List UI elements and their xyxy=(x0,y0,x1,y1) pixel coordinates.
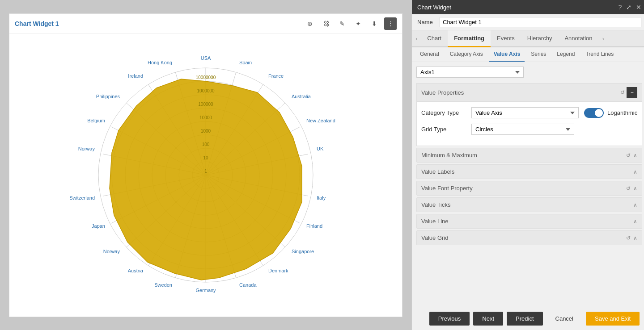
right-panel: Chart Widget ? ⤢ ✕ Name ‹ Chart Formatti… xyxy=(411,0,644,330)
value-grid-refresh-icon[interactable]: ↺ xyxy=(626,235,631,241)
svg-text:Switzerland: Switzerland xyxy=(69,195,95,201)
section-value-font-property-header[interactable]: Value Font Property ↺ ∧ xyxy=(417,181,642,195)
svg-text:Germany: Germany xyxy=(195,288,216,293)
tab-prev-arrow[interactable]: ‹ xyxy=(412,30,421,46)
section-value-ticks-header[interactable]: Value Ticks ∧ xyxy=(417,198,642,212)
value-grid-chevron-icon[interactable]: ∧ xyxy=(633,235,637,241)
section-value-line-header[interactable]: Value Line ∧ xyxy=(417,214,642,228)
section-value-ticks: Value Ticks ∧ xyxy=(416,197,642,212)
tab-chart[interactable]: Chart xyxy=(421,30,448,47)
vp-body: Category Type Value Axis Category Axis L… xyxy=(417,102,642,146)
category-type-row: Category Type Value Axis Category Axis L… xyxy=(421,107,637,118)
cancel-button[interactable]: Cancel xyxy=(547,312,582,326)
tab-hierarchy[interactable]: Hierarchy xyxy=(521,30,559,47)
tab-next-arrow[interactable]: › xyxy=(599,30,608,46)
radar-chart: 10000000 1000000 100000 10000 1000 100 1… xyxy=(63,46,349,305)
name-label: Name xyxy=(417,19,435,25)
svg-text:Finland: Finland xyxy=(306,223,322,229)
svg-text:USA: USA xyxy=(201,55,211,61)
svg-text:Ireland: Ireland xyxy=(128,73,143,79)
value-labels-chevron-icon[interactable]: ∧ xyxy=(633,169,637,175)
tab-annotation[interactable]: Annotation xyxy=(558,30,598,47)
svg-text:Italy: Italy xyxy=(317,195,326,201)
axis-select[interactable]: Axis1 Axis2 xyxy=(416,67,524,78)
grid-type-label: Grid Type xyxy=(421,126,466,133)
grid-type-row: Grid Type Circles Lines None xyxy=(421,124,637,135)
svg-text:10000: 10000 xyxy=(199,115,212,120)
chart-area: Chart Widget 1 ⊕ ⛓ ✎ ✦ ⬇ ⋮ xyxy=(0,0,411,330)
minimum-maximum-chevron-icon[interactable]: ∧ xyxy=(633,152,637,159)
svg-text:100: 100 xyxy=(202,142,210,147)
svg-text:New Zealand: New Zealand xyxy=(306,118,335,123)
svg-text:Singapore: Singapore xyxy=(292,249,314,254)
tab-formatting[interactable]: Formatting xyxy=(448,30,491,47)
svg-marker-30 xyxy=(110,79,302,280)
section-value-labels: Value Labels ∧ xyxy=(416,164,642,179)
svg-text:10: 10 xyxy=(203,155,208,160)
sub-tab-general[interactable]: General xyxy=(415,47,444,62)
next-button[interactable]: Next xyxy=(473,312,503,326)
section-value-ticks-title: Value Ticks xyxy=(421,201,451,208)
value-font-property-refresh-icon[interactable]: ↺ xyxy=(626,185,631,192)
value-properties-toggle-btn[interactable]: − xyxy=(627,87,637,98)
svg-text:Norway: Norway xyxy=(78,146,95,151)
sub-tab-trend-lines[interactable]: Trend Lines xyxy=(581,47,618,62)
svg-text:France: France xyxy=(268,73,284,79)
grid-type-select[interactable]: Circles Lines None xyxy=(471,124,574,135)
edit-icon[interactable]: ✎ xyxy=(336,17,348,30)
logarithmic-toggle[interactable] xyxy=(584,108,604,118)
name-input[interactable] xyxy=(440,17,641,27)
section-minimum-maximum-title: Minimum & Maximum xyxy=(421,152,477,159)
section-value-font-property-title: Value Font Property xyxy=(421,185,473,192)
previous-button[interactable]: Previous xyxy=(429,312,470,326)
value-properties-refresh-icon[interactable]: ↺ xyxy=(620,89,625,96)
tab-events[interactable]: Events xyxy=(491,30,521,47)
axis-dropdown-row: Axis1 Axis2 xyxy=(416,67,642,78)
vp-header-icons: ↺ − xyxy=(620,87,637,98)
svg-text:Austria: Austria xyxy=(128,268,144,273)
move-icon[interactable]: ⊕ xyxy=(304,17,316,30)
svg-text:Japan: Japan xyxy=(92,223,105,229)
close-panel-icon[interactable]: ✕ xyxy=(636,4,641,11)
sub-tab-category-axis[interactable]: Category Axis xyxy=(445,47,487,62)
svg-text:10000000: 10000000 xyxy=(196,75,216,80)
sub-tab-value-axis[interactable]: Value Axis xyxy=(489,47,525,62)
settings-icon[interactable]: ✦ xyxy=(352,17,364,30)
svg-text:Australia: Australia xyxy=(292,94,311,99)
svg-text:Denmark: Denmark xyxy=(268,268,288,273)
logarithmic-toggle-row: Logarithmic xyxy=(584,108,637,118)
section-minimum-maximum-icons: ↺ ∧ xyxy=(626,152,637,159)
minimum-maximum-refresh-icon[interactable]: ↺ xyxy=(626,152,631,159)
section-value-line-title: Value Line xyxy=(421,218,448,225)
value-font-property-chevron-icon[interactable]: ∧ xyxy=(633,185,637,192)
value-line-chevron-icon[interactable]: ∧ xyxy=(633,218,637,225)
maximize-icon[interactable]: ⤢ xyxy=(626,4,631,11)
section-value-line: Value Line ∧ xyxy=(416,214,642,229)
value-properties-title: Value Properties xyxy=(421,89,464,96)
help-icon[interactable]: ? xyxy=(618,4,622,11)
section-value-grid-header[interactable]: Value Grid ↺ ∧ xyxy=(417,231,642,245)
panel-footer: Previous Next Predict Cancel Save and Ex… xyxy=(412,307,644,330)
value-properties-box: Value Properties ↺ − Category Type Value… xyxy=(416,83,642,146)
svg-text:Norway: Norway xyxy=(103,249,120,254)
section-value-grid: Value Grid ↺ ∧ xyxy=(416,230,642,245)
save-exit-button[interactable]: Save and Exit xyxy=(586,312,640,326)
section-value-labels-icons: ∧ xyxy=(633,169,637,175)
category-type-select[interactable]: Value Axis Category Axis xyxy=(471,107,579,118)
link-icon[interactable]: ⛓ xyxy=(320,17,332,30)
svg-text:Sweden: Sweden xyxy=(154,282,172,288)
value-ticks-chevron-icon[interactable]: ∧ xyxy=(633,202,637,208)
section-minimum-maximum-header[interactable]: Minimum & Maximum ↺ ∧ xyxy=(417,148,642,162)
svg-text:Spain: Spain xyxy=(239,60,252,65)
chart-content: 10000000 1000000 100000 10000 1000 100 1… xyxy=(9,34,402,317)
sub-tabs: General Category Axis Value Axis Series … xyxy=(412,47,644,62)
sub-tab-series[interactable]: Series xyxy=(526,47,551,62)
section-value-labels-header[interactable]: Value Labels ∧ xyxy=(417,165,642,179)
section-value-font-property: Value Font Property ↺ ∧ xyxy=(416,181,642,196)
sub-tab-legend[interactable]: Legend xyxy=(552,47,579,62)
predict-button[interactable]: Predict xyxy=(507,312,542,326)
download-icon[interactable]: ⬇ xyxy=(368,17,381,30)
more-icon[interactable]: ⋮ xyxy=(384,17,397,30)
section-value-line-icons: ∧ xyxy=(633,218,637,225)
chart-widget-title: Chart Widget 1 xyxy=(15,20,59,27)
